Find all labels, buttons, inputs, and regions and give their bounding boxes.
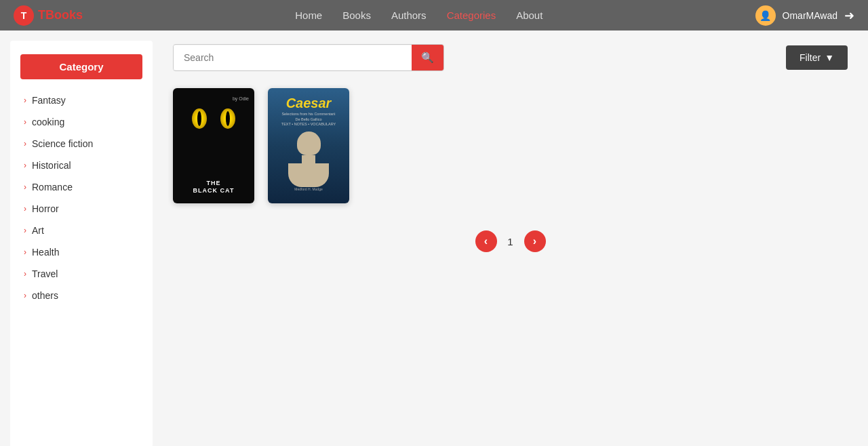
books-grid: by Odie THEBLACK CAT Caesar Selections f… <box>173 88 848 203</box>
bust-neck <box>302 155 315 163</box>
filter-label: Filter <box>800 52 821 63</box>
nav-link-books[interactable]: Books <box>342 9 371 21</box>
sidebar-label-historical: Historical <box>32 160 71 171</box>
logout-icon[interactable]: ➜ <box>844 8 854 23</box>
cat-eyes-illustration <box>192 108 235 129</box>
book-cover-black-cat: by Odie THEBLACK CAT <box>173 88 254 203</box>
nav-item-categories[interactable]: Categories <box>447 9 496 22</box>
search-button[interactable]: 🔍 <box>412 45 443 70</box>
sidebar: Category › Fantasy › cooking › Science f… <box>10 41 153 446</box>
sidebar-item-romance[interactable]: › Romance <box>10 176 153 198</box>
nav-item-books[interactable]: Books <box>342 9 371 22</box>
chevron-right-icon: › <box>24 269 26 279</box>
nav-item-home[interactable]: Home <box>295 9 322 22</box>
chevron-right-icon: › <box>24 161 26 170</box>
sidebar-item-horror[interactable]: › Horror <box>10 198 153 220</box>
book-cover-caesar: Caesar Selections from his CommentariiDe… <box>268 88 349 203</box>
sidebar-item-others[interactable]: › others <box>10 285 153 306</box>
sidebar-label-others: others <box>32 290 58 301</box>
filter-button[interactable]: Filter ▼ <box>786 45 848 70</box>
next-icon: › <box>533 235 536 247</box>
chevron-right-icon: › <box>24 96 26 105</box>
sidebar-item-health[interactable]: › Health <box>10 241 153 263</box>
search-icon: 🔍 <box>421 52 434 63</box>
nav-item-authors[interactable]: Authors <box>391 9 427 22</box>
bust-head <box>297 131 321 155</box>
user-name: OmarMAwad <box>783 10 837 21</box>
sidebar-label-fantasy: Fantasy <box>32 95 66 106</box>
pagination: ‹ 1 › <box>173 230 848 266</box>
chevron-right-icon: › <box>24 139 26 148</box>
caesar-bust-illustration <box>285 131 332 186</box>
category-button[interactable]: Category <box>20 54 142 79</box>
nav-link-home[interactable]: Home <box>295 9 322 21</box>
main-content: 🔍 Filter ▼ by Odie THEBLACK CAT <box>153 31 868 446</box>
search-input[interactable] <box>174 45 412 70</box>
filter-dropdown-icon: ▼ <box>825 52 834 63</box>
sidebar-item-historical[interactable]: › Historical <box>10 155 153 176</box>
nav-link-categories[interactable]: Categories <box>447 9 496 21</box>
sidebar-label-health: Health <box>32 247 59 258</box>
chevron-right-icon: › <box>24 291 26 300</box>
book-card-caesar[interactable]: Caesar Selections from his CommentariiDe… <box>268 88 349 203</box>
nav-links: Home Books Authors Categories About <box>295 9 542 22</box>
search-row: 🔍 Filter ▼ <box>173 44 848 71</box>
search-group: 🔍 <box>173 44 444 71</box>
book-card-black-cat[interactable]: by Odie THEBLACK CAT <box>173 88 254 203</box>
chevron-right-icon: › <box>24 182 26 192</box>
nav-link-authors[interactable]: Authors <box>391 9 427 21</box>
sidebar-item-art[interactable]: › Art <box>10 220 153 241</box>
book-title-black-cat: THEBLACK CAT <box>193 180 235 195</box>
main-container: Category › Fantasy › cooking › Science f… <box>0 31 868 446</box>
avatar: 👤 <box>755 5 776 26</box>
caesar-footer: Medford H. Mudge <box>294 187 322 191</box>
chevron-right-icon: › <box>24 204 26 214</box>
nav-link-about[interactable]: About <box>516 9 542 21</box>
bust-body <box>288 163 329 187</box>
sidebar-item-fantasy[interactable]: › Fantasy <box>10 89 153 111</box>
caesar-subtitle: Selections from his CommentariiDe Bello … <box>281 112 336 127</box>
brand-name: TBooks <box>38 8 83 22</box>
sidebar-label-travel: Travel <box>32 268 58 279</box>
sidebar-item-travel[interactable]: › Travel <box>10 263 153 285</box>
current-page: 1 <box>504 236 517 247</box>
chevron-right-icon: › <box>24 226 26 235</box>
sidebar-item-science-fiction[interactable]: › Science fiction <box>10 133 153 155</box>
caesar-title: Caesar <box>286 96 332 110</box>
next-page-button[interactable]: › <box>524 230 546 252</box>
brand[interactable]: T TBooks <box>14 5 83 26</box>
cat-eye-left <box>192 108 207 129</box>
sidebar-label-science-fiction: Science fiction <box>32 138 93 149</box>
chevron-right-icon: › <box>24 247 26 257</box>
navbar: T TBooks Home Books Authors Categories A… <box>0 0 868 31</box>
sidebar-label-art: Art <box>32 225 44 236</box>
prev-page-button[interactable]: ‹ <box>475 230 497 252</box>
brand-icon: T <box>14 5 34 26</box>
cat-eye-right <box>220 108 235 129</box>
sidebar-item-cooking[interactable]: › cooking <box>10 111 153 133</box>
prev-icon: ‹ <box>484 235 488 247</box>
chevron-right-icon: › <box>24 117 26 127</box>
sidebar-label-cooking: cooking <box>32 117 64 127</box>
sidebar-label-horror: Horror <box>32 203 59 214</box>
sidebar-label-romance: Romance <box>32 182 73 192</box>
nav-item-about[interactable]: About <box>516 9 542 22</box>
book-author-label: by Odie <box>233 96 249 101</box>
navbar-right: 👤 OmarMAwad ➜ <box>755 5 854 26</box>
